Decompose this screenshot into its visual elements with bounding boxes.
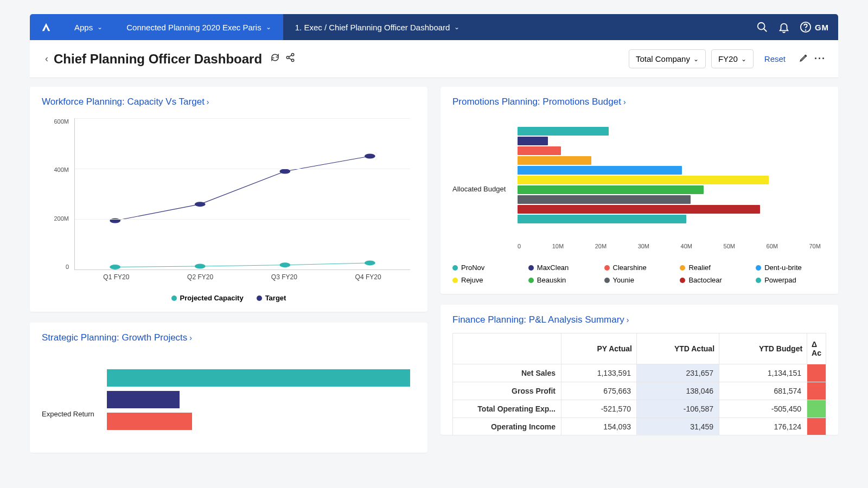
x-tick: 30M bbox=[638, 243, 649, 254]
card-title-label: Finance Planning: P&L Analysis Summary bbox=[452, 314, 624, 325]
nav-workspace[interactable]: Connected Planning 2020 Exec Paris ⌄ bbox=[114, 14, 283, 40]
table-row[interactable]: Net Sales1,133,591231,6571,134,151 bbox=[453, 364, 826, 382]
axis-label: Allocated Budget bbox=[452, 185, 506, 193]
cell-budget: 176,124 bbox=[719, 418, 807, 435]
period-picker-label: FY20 bbox=[718, 54, 738, 63]
search-icon[interactable] bbox=[751, 14, 773, 40]
nav-apps[interactable]: Apps ⌄ bbox=[62, 14, 114, 40]
bell-icon[interactable] bbox=[773, 14, 795, 40]
delta-flag bbox=[807, 382, 826, 400]
card-workforce-title[interactable]: Workforce Planning: Capacity Vs Target› bbox=[42, 97, 416, 107]
swatch bbox=[528, 265, 534, 271]
page-header: ‹ Chief Planning Officer Dashboard Total… bbox=[30, 40, 838, 78]
nav-page[interactable]: 1. Exec / Chief Planning Officer Dashboa… bbox=[283, 14, 472, 40]
chevron-down-icon: ⌄ bbox=[741, 55, 746, 63]
bar-maxclean[interactable] bbox=[518, 137, 548, 145]
strategic-chart: Expected Return bbox=[42, 353, 416, 445]
swatch bbox=[680, 265, 685, 271]
legend-item[interactable]: Beauskin bbox=[528, 276, 599, 284]
card-finance-title[interactable]: Finance Planning: P&L Analysis Summary› bbox=[452, 314, 826, 325]
axis-label: Expected Return bbox=[42, 410, 94, 418]
col-header: Δ Ac bbox=[807, 333, 826, 364]
table-row[interactable]: Operating Income154,09331,459176,124 bbox=[453, 418, 826, 435]
bar-pronov[interactable] bbox=[518, 127, 609, 136]
workforce-legend: Projected Capacity Target bbox=[42, 294, 416, 302]
swatch bbox=[604, 278, 610, 283]
svg-point-3 bbox=[806, 30, 806, 30]
chevron-right-icon: › bbox=[189, 333, 192, 342]
scope-picker[interactable]: Total Company ⌄ bbox=[629, 49, 706, 68]
share-icon[interactable] bbox=[285, 53, 295, 65]
bar-realief[interactable] bbox=[518, 156, 591, 165]
bar-group bbox=[518, 127, 821, 237]
svg-line-1 bbox=[764, 29, 767, 32]
legend-item[interactable]: Powerpad bbox=[756, 276, 826, 284]
chevron-right-icon: › bbox=[207, 98, 209, 106]
svg-point-11 bbox=[279, 262, 290, 267]
cell-budget: 1,134,151 bbox=[719, 364, 807, 382]
chevron-right-icon: › bbox=[627, 316, 629, 324]
help-icon[interactable] bbox=[795, 14, 816, 40]
bar-rejuve[interactable] bbox=[518, 176, 769, 184]
legend-item[interactable]: Realief bbox=[680, 264, 750, 272]
card-promotions-title[interactable]: Promotions Planning: Promotions Budget› bbox=[452, 97, 826, 107]
refresh-icon[interactable] bbox=[270, 53, 280, 65]
delta-flag bbox=[807, 364, 826, 382]
bar-younie[interactable] bbox=[518, 195, 691, 204]
bar-bactoclear[interactable] bbox=[518, 205, 760, 214]
svg-point-9 bbox=[110, 265, 120, 269]
legend-label: Dent-u-brite bbox=[764, 264, 802, 272]
bar[interactable] bbox=[107, 369, 410, 387]
svg-point-16 bbox=[365, 154, 375, 159]
promotions-legend: ProNovMaxCleanClearshineRealiefDent-u-br… bbox=[452, 264, 826, 284]
legend-item[interactable]: Clearshine bbox=[604, 264, 675, 272]
x-tick: Q2 FY20 bbox=[158, 273, 242, 286]
x-tick: Q1 FY20 bbox=[74, 273, 158, 286]
reset-link[interactable]: Reset bbox=[764, 54, 786, 63]
card-title-label: Strategic Planning: Growth Projects bbox=[42, 332, 187, 343]
user-initials: GM bbox=[815, 23, 829, 32]
legend-label: Rejuve bbox=[461, 276, 483, 284]
table-row[interactable]: Gross Profit675,663138,046681,574 bbox=[453, 382, 826, 400]
edit-icon[interactable] bbox=[799, 53, 809, 65]
more-menu[interactable]: ··· bbox=[814, 53, 826, 65]
x-axis: Q1 FY20 Q2 FY20 Q3 FY20 Q4 FY20 bbox=[74, 273, 410, 286]
card-strategic-title[interactable]: Strategic Planning: Growth Projects› bbox=[42, 332, 416, 343]
svg-point-12 bbox=[365, 260, 375, 265]
delta-flag bbox=[807, 400, 826, 418]
legend-item[interactable]: ProNov bbox=[452, 264, 523, 272]
bar-dent-u-brite[interactable] bbox=[518, 166, 682, 175]
card-finance: Finance Planning: P&L Analysis Summary› … bbox=[441, 305, 838, 435]
chevron-down-icon: ⌄ bbox=[693, 55, 699, 63]
promotions-chart: Allocated Budget 010M20M30M40M50M60M70M bbox=[452, 124, 826, 254]
chevron-down-icon: ⌄ bbox=[97, 23, 103, 31]
legend-item[interactable]: MaxClean bbox=[528, 264, 599, 272]
legend-label: Realief bbox=[688, 264, 710, 272]
delta-flag bbox=[807, 418, 826, 435]
table-row[interactable]: Total Operating Exp...-521,570-106,587-5… bbox=[453, 400, 826, 418]
swatch bbox=[756, 278, 761, 283]
legend-item[interactable]: Rejuve bbox=[452, 276, 523, 284]
legend-item[interactable]: Younie bbox=[604, 276, 675, 284]
app-logo[interactable] bbox=[30, 21, 62, 33]
row-label: Net Sales bbox=[453, 364, 561, 382]
swatch bbox=[452, 265, 458, 271]
bar[interactable] bbox=[107, 413, 192, 430]
bar[interactable] bbox=[107, 391, 180, 408]
bar-powerpad[interactable] bbox=[518, 215, 686, 223]
bar-beauskin[interactable] bbox=[518, 185, 704, 194]
back-button[interactable]: ‹ bbox=[40, 53, 54, 65]
cell-ytd: 231,657 bbox=[636, 364, 719, 382]
legend-item[interactable]: Dent-u-brite bbox=[756, 264, 826, 272]
col-header: PY Actual bbox=[561, 333, 637, 364]
chevron-down-icon: ⌄ bbox=[454, 23, 459, 31]
x-tick: 20M bbox=[595, 243, 607, 254]
legend-item: Target bbox=[257, 294, 286, 302]
bar-clearshine[interactable] bbox=[518, 146, 561, 155]
legend-item[interactable]: Bactoclear bbox=[680, 276, 750, 284]
y-axis: 600M 400M 200M 0 bbox=[42, 118, 69, 270]
x-tick: 10M bbox=[552, 243, 564, 254]
period-picker[interactable]: FY20 ⌄ bbox=[711, 49, 754, 68]
user-avatar[interactable]: GM bbox=[816, 14, 838, 40]
cell-py: 154,093 bbox=[561, 418, 637, 435]
